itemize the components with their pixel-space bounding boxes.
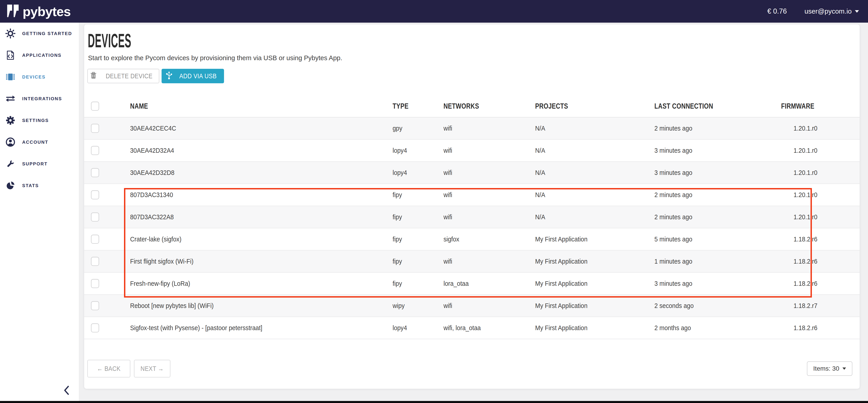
sun-icon <box>5 28 16 39</box>
pagination: ← BACK NEXT → Items: 30 <box>87 360 852 377</box>
code-file-icon <box>5 50 16 61</box>
cell-projects: My First Application <box>535 302 654 310</box>
user-icon <box>5 137 16 148</box>
cell-firmware: 1.20.1.r0 <box>781 213 860 221</box>
gear-icon <box>5 115 16 126</box>
arrows-swap-icon <box>5 93 16 104</box>
table-row[interactable]: 30AEA42D32A4lopy4wifiN/A3 minutes ago1.2… <box>84 140 860 162</box>
delete-device-label: DELETE DEVICE <box>106 72 153 80</box>
chevron-left-icon <box>64 385 69 396</box>
page-body: GETTING STARTEDAPPLICATIONSDEVICESINTEGR… <box>0 23 868 401</box>
cell-last-connection: 2 minutes ago <box>654 125 781 132</box>
cell-networks: wifi <box>443 302 535 310</box>
table-row[interactable]: Reboot [new pybytes lib] (WiFi)wipywifiM… <box>84 295 860 317</box>
chip-icon <box>5 71 16 82</box>
cell-networks: wifi <box>443 191 535 199</box>
cell-projects: My First Application <box>535 280 654 287</box>
row-checkbox-cell <box>84 124 120 133</box>
sidebar-item-support[interactable]: SUPPORT <box>0 153 79 175</box>
row-checkbox-cell <box>84 257 120 266</box>
cell-networks: wifi <box>443 125 535 132</box>
sidebar-item-label: STATS <box>22 183 39 188</box>
row-checkbox[interactable] <box>91 257 99 266</box>
sidebar-item-devices[interactable]: DEVICES <box>0 66 79 88</box>
next-button[interactable]: NEXT → <box>134 360 170 377</box>
sidebar-item-integrations[interactable]: INTEGRATIONS <box>0 88 79 110</box>
table-row[interactable]: 30AEA42CEC4CgpywifiN/A2 minutes ago1.20.… <box>84 118 860 140</box>
row-checkbox[interactable] <box>91 213 99 221</box>
table-row[interactable]: First flight sigfox (Wi-Fi)fipywifiMy Fi… <box>84 250 860 273</box>
pybytes-logo[interactable]: pybytes <box>7 4 71 19</box>
user-menu[interactable]: user@pycom.io <box>804 7 859 15</box>
row-checkbox-cell <box>84 213 120 221</box>
row-checkbox[interactable] <box>91 323 99 332</box>
cell-type: wipy <box>393 302 443 310</box>
cell-name: 30AEA42D32D8 <box>120 169 393 177</box>
cell-networks: wifi <box>443 258 535 265</box>
table-row[interactable]: 807D3AC31340fipywifiN/A2 minutes ago1.20… <box>84 184 860 206</box>
cell-name: 807D3AC322A8 <box>120 213 393 221</box>
cell-last-connection: 2 months ago <box>654 324 781 332</box>
items-per-page-button[interactable]: Items: 30 <box>807 361 852 376</box>
cell-projects: My First Application <box>535 324 654 332</box>
row-checkbox[interactable] <box>91 146 99 155</box>
back-button[interactable]: ← BACK <box>87 360 130 377</box>
select-all-checkbox[interactable] <box>91 102 99 111</box>
sidebar-item-account[interactable]: ACCOUNT <box>0 131 79 153</box>
table-row[interactable]: Crater-lake (sigfox)fipysigfoxMy First A… <box>84 228 860 250</box>
cell-last-connection: 5 minutes ago <box>654 236 781 243</box>
row-checkbox[interactable] <box>91 190 99 199</box>
user-email: user@pycom.io <box>804 7 852 15</box>
cell-projects: My First Application <box>535 258 654 265</box>
sidebar-item-label: ACCOUNT <box>22 140 48 145</box>
sidebar-item-label: INTEGRATIONS <box>22 96 62 101</box>
row-checkbox[interactable] <box>91 301 99 310</box>
table-row[interactable]: 30AEA42D32D8lopy4wifiN/A3 minutes ago1.2… <box>84 162 860 184</box>
cell-firmware: 1.18.2.r6 <box>781 324 860 332</box>
cell-name: Reboot [new pybytes lib] (WiFi) <box>120 302 393 310</box>
row-checkbox-cell <box>84 279 120 288</box>
collapse-sidebar-button[interactable] <box>61 384 72 397</box>
cell-last-connection: 2 minutes ago <box>654 213 781 221</box>
cell-name: Sigfox-test (with Pysense) - [pastoor pe… <box>120 324 393 332</box>
topbar-right: € 0.76 user@pycom.io <box>767 7 859 16</box>
cell-firmware: 1.20.1.r0 <box>781 169 860 177</box>
bottom-edge-strip <box>0 401 868 403</box>
table-row[interactable]: Sigfox-test (with Pysense) - [pastoor pe… <box>84 317 860 339</box>
cell-name: 30AEA42CEC4C <box>120 125 393 132</box>
main-area: DEVICES Start to explore the Pycom devic… <box>79 23 868 401</box>
row-checkbox-cell <box>84 190 120 199</box>
column-header-type: TYPE <box>393 102 443 111</box>
cell-firmware: 1.20.1.r0 <box>781 125 860 132</box>
cell-firmware: 1.20.1.r0 <box>781 147 860 154</box>
balance-text: € 0.76 <box>767 7 787 16</box>
sidebar-item-label: SUPPORT <box>22 161 48 166</box>
cell-firmware: 1.20.1.r0 <box>781 191 860 199</box>
trash-icon <box>90 71 97 81</box>
row-checkbox[interactable] <box>91 279 99 288</box>
header-checkbox-cell <box>84 102 120 111</box>
cell-type: fipy <box>393 236 443 243</box>
sidebar-item-settings[interactable]: SETTINGS <box>0 110 79 131</box>
top-bar: pybytes € 0.76 user@pycom.io <box>0 0 868 23</box>
cell-projects: N/A <box>535 125 654 132</box>
table-row[interactable]: 807D3AC322A8fipywifiN/A2 minutes ago1.20… <box>84 206 860 228</box>
sidebar-item-getting-started[interactable]: GETTING STARTED <box>0 23 79 44</box>
cell-type: fipy <box>393 213 443 221</box>
row-checkbox[interactable] <box>91 124 99 133</box>
table-body: 30AEA42CEC4CgpywifiN/A2 minutes ago1.20.… <box>84 118 860 339</box>
cell-last-connection: 3 minutes ago <box>654 169 781 177</box>
row-checkbox[interactable] <box>91 168 99 177</box>
add-via-usb-button[interactable]: ADD VIA USB <box>161 69 224 83</box>
row-checkbox[interactable] <box>91 235 99 244</box>
pie-chart-icon <box>5 180 16 191</box>
sidebar-item-stats[interactable]: STATS <box>0 175 79 196</box>
cell-firmware: 1.18.2.r6 <box>781 236 860 243</box>
table-row[interactable]: Fresh-new-fipy (LoRa)fipylora_otaaMy Fir… <box>84 273 860 295</box>
sidebar-item-label: DEVICES <box>22 74 45 80</box>
delete-device-button[interactable]: DELETE DEVICE <box>87 69 159 83</box>
cell-last-connection: 2 minutes ago <box>654 191 781 199</box>
sidebar-item-applications[interactable]: APPLICATIONS <box>0 44 79 66</box>
row-checkbox-cell <box>84 301 120 310</box>
row-checkbox-cell <box>84 146 120 155</box>
